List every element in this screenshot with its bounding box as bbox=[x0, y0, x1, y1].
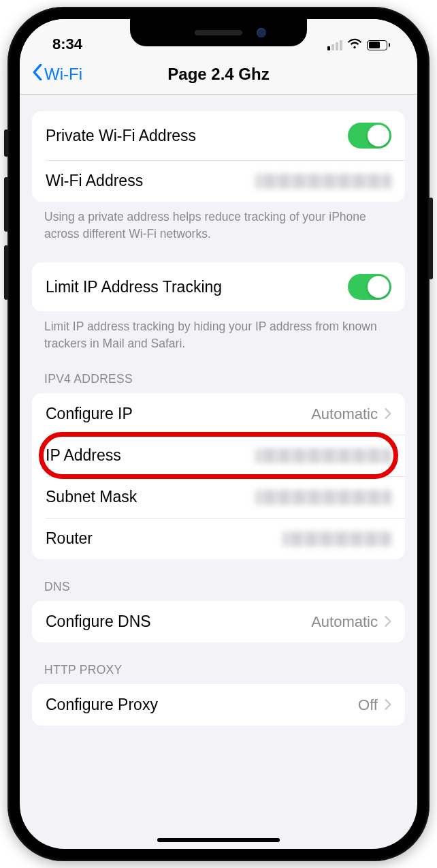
row-subnet-mask: Subnet Mask bbox=[32, 476, 405, 518]
speaker-grille bbox=[195, 30, 242, 35]
label: Limit IP Address Tracking bbox=[46, 278, 222, 296]
row-configure-dns[interactable]: Configure DNS Automatic bbox=[32, 601, 405, 642]
label: Wi-Fi Address bbox=[46, 172, 143, 190]
group-private-address: Private Wi-Fi Address Wi-Fi Address Usin… bbox=[32, 111, 405, 242]
wifi-icon bbox=[347, 38, 362, 52]
row-configure-ip[interactable]: Configure IP Automatic bbox=[32, 393, 405, 435]
toggle-on-icon[interactable] bbox=[348, 274, 391, 300]
cellular-icon bbox=[327, 40, 342, 50]
screen: 8:34 Wi-Fi Page 2.4 bbox=[20, 19, 417, 849]
row-router: Router bbox=[32, 518, 405, 559]
value: Automatic bbox=[311, 613, 391, 631]
redacted-value bbox=[282, 531, 391, 546]
group-ipv4: IPV4 ADDRESS Configure IP Automatic bbox=[32, 372, 405, 559]
card: Configure Proxy Off bbox=[32, 684, 405, 726]
home-indicator[interactable] bbox=[157, 838, 280, 842]
card: Configure DNS Automatic bbox=[32, 601, 405, 642]
group-header: DNS bbox=[32, 580, 405, 601]
nav-bar: Wi-Fi Page 2.4 Ghz bbox=[20, 56, 417, 95]
front-camera bbox=[257, 28, 266, 37]
status-indicators bbox=[327, 38, 394, 55]
label: Subnet Mask bbox=[46, 488, 137, 506]
label: IP Address bbox=[46, 446, 121, 465]
redacted-value bbox=[255, 448, 391, 463]
label: Configure Proxy bbox=[46, 696, 158, 714]
row-wifi-address: Wi-Fi Address bbox=[32, 160, 405, 202]
chevron-right-icon bbox=[385, 613, 391, 631]
row-private-wifi[interactable]: Private Wi-Fi Address bbox=[32, 111, 405, 160]
volume-down-button bbox=[4, 245, 8, 300]
volume-up-button bbox=[4, 177, 8, 232]
phone-frame: 8:34 Wi-Fi Page 2.4 bbox=[7, 7, 430, 861]
chevron-left-icon bbox=[32, 64, 43, 84]
card: Limit IP Address Tracking bbox=[32, 262, 405, 311]
row-configure-proxy[interactable]: Configure Proxy Off bbox=[32, 684, 405, 726]
card: Private Wi-Fi Address Wi-Fi Address bbox=[32, 111, 405, 202]
group-http-proxy: HTTP PROXY Configure Proxy Off bbox=[32, 663, 405, 726]
chevron-right-icon bbox=[385, 405, 391, 423]
back-label: Wi-Fi bbox=[44, 65, 82, 84]
row-ip-address: IP Address bbox=[32, 435, 405, 476]
group-limit-tracking: Limit IP Address Tracking Limit IP addre… bbox=[32, 262, 405, 352]
toggle-on-icon[interactable] bbox=[348, 123, 391, 149]
value-text: Automatic bbox=[311, 613, 378, 631]
back-button[interactable]: Wi-Fi bbox=[32, 64, 82, 84]
label: Private Wi-Fi Address bbox=[46, 127, 196, 145]
label: Router bbox=[46, 529, 93, 548]
row-limit-tracking[interactable]: Limit IP Address Tracking bbox=[32, 262, 405, 311]
power-button bbox=[429, 198, 433, 279]
value-text: Off bbox=[358, 696, 378, 714]
battery-icon bbox=[367, 40, 390, 50]
label: Configure DNS bbox=[46, 613, 151, 631]
content-scroll[interactable]: Private Wi-Fi Address Wi-Fi Address Usin… bbox=[20, 95, 417, 849]
value: Automatic bbox=[311, 405, 391, 423]
group-dns: DNS Configure DNS Automatic bbox=[32, 580, 405, 642]
chevron-right-icon bbox=[385, 696, 391, 714]
group-footer: Limit IP address tracking by hiding your… bbox=[32, 311, 405, 352]
group-header: IPV4 ADDRESS bbox=[32, 372, 405, 393]
status-time: 8:34 bbox=[43, 35, 82, 55]
redacted-value bbox=[255, 490, 391, 505]
value: Off bbox=[358, 696, 391, 714]
group-header: HTTP PROXY bbox=[32, 663, 405, 684]
group-footer: Using a private address helps reduce tra… bbox=[32, 202, 405, 242]
card: Configure IP Automatic IP Address bbox=[32, 393, 405, 559]
notch bbox=[130, 19, 307, 46]
label: Configure IP bbox=[46, 405, 133, 423]
silence-switch bbox=[4, 129, 8, 157]
redacted-value bbox=[255, 174, 391, 189]
value-text: Automatic bbox=[311, 405, 378, 423]
